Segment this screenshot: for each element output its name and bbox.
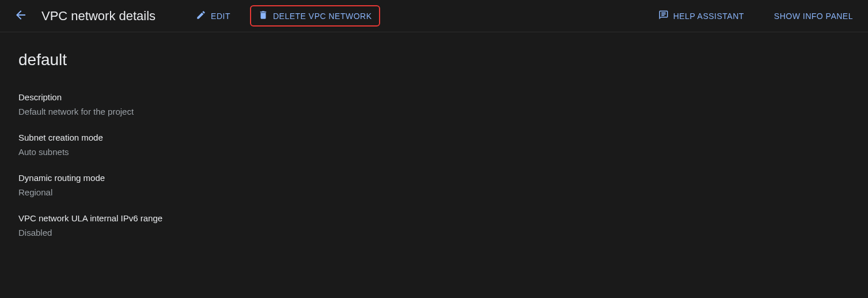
ula-range-label: VPC network ULA internal IPv6 range	[18, 213, 850, 223]
arrow-left-icon	[14, 8, 28, 24]
subnet-mode-value: Auto subnets	[18, 147, 850, 157]
routing-mode-label: Dynamic routing mode	[18, 173, 850, 183]
page-title: VPC network details	[41, 9, 156, 24]
delete-label: DELETE VPC NETWORK	[273, 12, 372, 21]
routing-mode-field: Dynamic routing mode Regional	[18, 173, 850, 197]
edit-button[interactable]: EDIT	[190, 6, 236, 25]
description-value: Default network for the project	[18, 107, 850, 116]
help-icon	[658, 10, 669, 22]
ula-range-field: VPC network ULA internal IPv6 range Disa…	[18, 213, 850, 237]
info-panel-label: SHOW INFO PANEL	[774, 12, 853, 21]
description-field: Description Default network for the proj…	[18, 92, 850, 116]
content-area: default Description Default network for …	[0, 32, 868, 272]
description-label: Description	[18, 92, 850, 102]
header-right: HELP ASSISTANT SHOW INFO PANEL	[653, 6, 859, 25]
ula-range-value: Disabled	[18, 228, 850, 237]
pencil-icon	[196, 10, 206, 22]
subnet-mode-label: Subnet creation mode	[18, 133, 850, 142]
delete-vpc-button[interactable]: DELETE VPC NETWORK	[250, 5, 380, 27]
show-info-panel-button[interactable]: SHOW INFO PANEL	[768, 8, 859, 24]
network-name: default	[18, 51, 850, 69]
header-actions: EDIT DELETE VPC NETWORK	[190, 5, 380, 27]
page-header: VPC network details EDIT DELETE VPC NETW…	[0, 0, 868, 32]
subnet-mode-field: Subnet creation mode Auto subnets	[18, 133, 850, 157]
help-label: HELP ASSISTANT	[673, 12, 744, 21]
trash-icon	[258, 10, 268, 22]
routing-mode-value: Regional	[18, 187, 850, 197]
help-assistant-button[interactable]: HELP ASSISTANT	[653, 6, 750, 25]
back-button[interactable]	[9, 5, 32, 28]
edit-label: EDIT	[211, 12, 230, 21]
